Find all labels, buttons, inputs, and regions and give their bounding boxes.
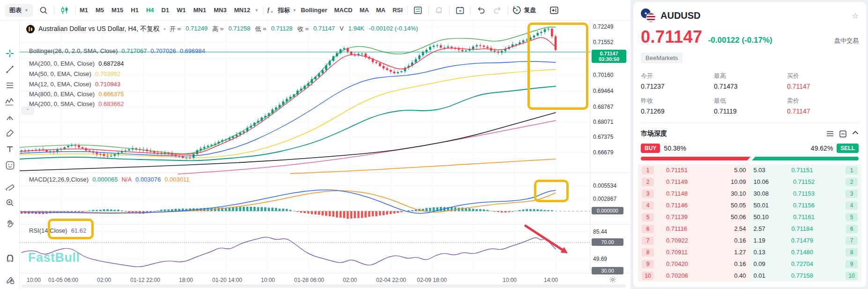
favorite-star-icon[interactable]: ☆ <box>852 11 859 20</box>
quote-stats: 今开0.71237最高0.71473买价0.71147昨收0.71269最低0.… <box>641 72 859 115</box>
chart-settings-gear-icon[interactable] <box>609 276 616 283</box>
time-axis-label: 10:00 <box>503 277 517 283</box>
broker-tag[interactable]: BeeMarkets <box>641 53 683 63</box>
undo-icon[interactable] <box>475 4 487 16</box>
multi-layout-icon[interactable] <box>412 4 424 16</box>
depth-board-icon[interactable] <box>839 130 846 137</box>
quick-indicator-rsi[interactable]: RSI <box>393 7 403 14</box>
chart-scrollbar[interactable] <box>22 284 626 288</box>
wave-tool-icon[interactable] <box>4 96 15 107</box>
axis-label: 0.68767 <box>593 104 613 110</box>
sticker-tool-icon[interactable] <box>4 160 15 171</box>
timeframe-h1[interactable]: H1 <box>131 7 139 14</box>
chevron-down-icon: ▼ <box>292 8 297 13</box>
last-price: 0.71147 <box>641 27 703 47</box>
depth-list-icon[interactable] <box>826 130 834 137</box>
replay-button[interactable]: 复盘 <box>512 6 536 15</box>
indicator-legend[interactable]: MA(50, 0, EMA, Close)0.703992 <box>29 70 120 77</box>
quick-indicator-bollinger[interactable]: Bollinger <box>301 7 327 14</box>
stat-最低: 最低0.71119 <box>714 97 787 115</box>
session-status: 盘中交易 <box>834 37 859 45</box>
brush-lock-tool-icon[interactable] <box>4 274 15 286</box>
divider <box>75 6 75 15</box>
timeframe-h4[interactable]: H4 <box>146 7 154 14</box>
pitchfork-tool-icon[interactable] <box>4 112 15 123</box>
quick-indicator-macd[interactable]: MACD <box>334 7 353 14</box>
timeframe-m1[interactable]: M1 <box>80 7 88 14</box>
hand-tool-icon[interactable] <box>4 218 15 229</box>
ohlc-values: 开 =0.71249高 =0.71258低 =0.71128收 =0.71147… <box>170 25 418 33</box>
timeframe-mn3[interactable]: MN3 <box>214 7 226 14</box>
chevron-down-icon: ▼ <box>24 8 29 13</box>
magnet-tool-icon[interactable] <box>4 253 15 265</box>
divider <box>508 6 508 15</box>
timeframe-w1[interactable]: W1 <box>177 7 186 14</box>
order-book-row[interactable]: 80.709111.270.130.714808 <box>638 246 861 258</box>
collapse-panel-icon[interactable] <box>548 4 560 16</box>
ohlc-value: 0.71128 <box>271 25 293 33</box>
chart-type-menu[interactable]: 图表 ▼ <box>5 4 33 17</box>
legend-separator: • <box>163 25 166 33</box>
svg-text:+: + <box>440 6 442 9</box>
order-book-row[interactable]: 60.711162.542.570.711846 <box>638 223 861 235</box>
order-book-row[interactable]: 20.7114910.0910.060.711522 <box>638 176 861 188</box>
drawing-tool-rail <box>0 21 20 289</box>
timeframe-mn1[interactable]: MN1 <box>193 7 206 14</box>
axis-label: 49.69 <box>593 256 607 262</box>
indicator-legend[interactable]: MACD(12,26,9,Close)0.000065N/A0.0030760.… <box>29 175 190 183</box>
quick-indicator-ma[interactable]: MA <box>360 7 369 14</box>
redo-icon[interactable] <box>491 4 504 16</box>
indicator-legend[interactable]: MA(200, 0, SMA, Close)0.683662 <box>29 100 124 107</box>
quote-panel: ★ AUDUSD ☆ 0.71147 -0.00122 (-0.17%) 盘中交… <box>633 2 866 287</box>
indicator-legend[interactable]: MA(12, 0, EMA, Close)0.710943 <box>29 80 120 88</box>
ohlc-label: 收 = <box>297 25 309 33</box>
timeframe-mn12[interactable]: MN12 <box>234 7 251 14</box>
time-axis-label: 10:00 <box>27 277 41 283</box>
sell-badge: SELL <box>837 144 859 153</box>
indicator-legend[interactable]: Bollinger(26, 0, 2.0, SMA, Close)0.71706… <box>29 47 205 54</box>
market-depth-title: 市场深度 <box>641 129 667 138</box>
search-icon[interactable] <box>37 4 50 16</box>
timeframe-m15[interactable]: M15 <box>111 7 123 14</box>
indicator-legend[interactable]: MA(800, 0, EMA, Close)0.666375 <box>29 90 124 98</box>
indicator-legend[interactable]: MA(200, 0, EMA, Close)0.687284 <box>29 60 124 67</box>
text-tool-icon[interactable] <box>4 144 15 155</box>
order-book-row[interactable]: 100.702060.400.010.7715810 <box>638 270 861 281</box>
order-book-row[interactable]: 50.7113950.0650.100.711615 <box>638 211 861 223</box>
axis-level-badge: 0.000000 <box>592 207 623 214</box>
chart-type-label: 图表 <box>9 6 22 15</box>
axis-label: 0.69464 <box>593 88 613 94</box>
instrument-logo-icon <box>26 25 35 33</box>
axis-label: 0.002867 <box>593 196 616 202</box>
ruler-tool-icon[interactable] <box>4 180 15 191</box>
alert-bell-icon[interactable]: + <box>433 4 445 16</box>
annotation-highlight-box <box>527 23 588 110</box>
timeframe-m5[interactable]: M5 <box>96 7 104 14</box>
instrument-legend: Australian Dollar vs US Dollar, H4, 不复权 … <box>26 25 418 33</box>
order-book-row[interactable]: 10.711515.005.030.711511 <box>638 164 861 176</box>
candlestick-style-icon[interactable] <box>59 4 71 16</box>
order-book-row[interactable]: 30.7114830.1030.080.711533 <box>638 188 861 199</box>
replay-label: 复盘 <box>524 6 536 15</box>
trend-line-tool-icon[interactable] <box>4 64 15 75</box>
fib-lines-tool-icon[interactable] <box>4 80 15 91</box>
ohlc-label: V <box>340 25 344 33</box>
axis-label: 0.71552 <box>593 39 613 46</box>
indicators-menu[interactable]: f+ 指标 ▼ <box>267 6 297 15</box>
collapse-indicators-chip[interactable]: ⌃ <box>22 107 34 114</box>
order-book-row[interactable]: 40.7114650.0550.010.711564 <box>638 199 861 211</box>
order-book-row[interactable]: 70.709220.161.190.714797 <box>638 235 861 246</box>
collapse-depth-chevron-icon[interactable] <box>852 130 859 137</box>
brush-tool-icon[interactable] <box>4 128 15 139</box>
order-book-row[interactable]: 90.704200.160.090.727049 <box>638 258 861 270</box>
timeframe-d1[interactable]: D1 <box>162 7 170 14</box>
timeframe-more-chevron-icon[interactable]: ▼ <box>254 8 259 13</box>
zoom-in-tool-icon[interactable] <box>4 197 15 208</box>
crosshair-tool-icon[interactable] <box>4 48 15 59</box>
divider <box>263 6 263 15</box>
economic-calendar-icon[interactable] <box>454 4 466 16</box>
axis-label: 0.72249 <box>593 23 613 30</box>
chart-card: 图表 ▼ M1M5M15H1H4D1W1MN1MN3MN12 ▼ f+ 指标 ▼… <box>0 0 631 289</box>
ohlc-value: 0.71147 <box>313 25 335 33</box>
quick-indicator-ma[interactable]: MA <box>376 7 386 14</box>
